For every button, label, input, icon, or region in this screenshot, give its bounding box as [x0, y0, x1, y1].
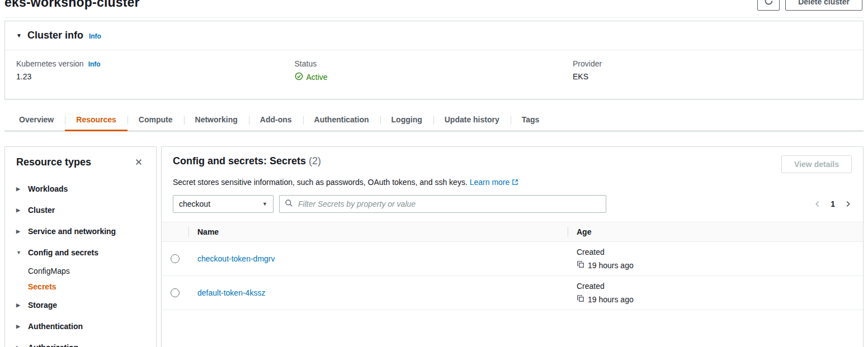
- secrets-description: Secret stores sensitive information, suc…: [162, 175, 863, 194]
- table-row: checkout-token-dmgrv Created 19 hours: [162, 242, 863, 276]
- cluster-info-info-link[interactable]: Info: [89, 32, 101, 40]
- secret-link[interactable]: checkout-token-dmgrv: [197, 254, 275, 263]
- sidebar-item-config-and-secrets[interactable]: ▼ Config and secrets: [16, 242, 145, 263]
- page: eks-workshop-cluster Delete cluster ▼ Cl…: [0, 0, 868, 347]
- learn-more-link[interactable]: Learn more: [470, 178, 518, 187]
- filter-dropdown-value: checkout: [179, 199, 210, 208]
- table-row: default-token-4kssz Created 19 hours: [162, 276, 863, 310]
- secret-link[interactable]: default-token-4kssz: [197, 288, 265, 297]
- pagination: 1: [814, 199, 852, 208]
- cluster-info-title: Cluster info: [27, 30, 83, 41]
- search-input[interactable]: [297, 199, 601, 209]
- chevron-down-icon: ▼: [16, 250, 22, 255]
- created-label: Created: [577, 282, 863, 291]
- chevron-right-icon: ▶: [16, 207, 22, 213]
- sidebar-close-button[interactable]: [133, 156, 145, 168]
- secrets-description-text: Secret stores sensitive information, suc…: [173, 178, 468, 187]
- secrets-title-text: Config and secrets: Secrets: [173, 155, 306, 167]
- delete-cluster-button[interactable]: Delete cluster: [785, 0, 862, 11]
- row-name-cell: default-token-4kssz: [188, 288, 568, 298]
- secrets-count-badge: (2): [309, 155, 321, 167]
- sidebar-item-label: Service and networking: [28, 227, 116, 236]
- external-link-icon: [512, 178, 518, 187]
- sidebar-subitem-secrets[interactable]: Secrets: [28, 279, 145, 294]
- copy-icon: [577, 260, 584, 270]
- sidebar-item-authentication[interactable]: ▶ Authentication: [16, 316, 145, 337]
- tab-networking[interactable]: Networking: [184, 109, 249, 131]
- kubernetes-version-label-text: Kubernetes version: [16, 59, 84, 68]
- row-radio-button[interactable]: [171, 254, 180, 263]
- copy-icon: [577, 294, 584, 304]
- tab-update-history[interactable]: Update history: [433, 109, 511, 131]
- section-collapse-caret-icon[interactable]: ▼: [16, 32, 22, 39]
- check-circle-icon: [295, 72, 303, 82]
- chevron-left-icon: [814, 201, 822, 210]
- tab-add-ons[interactable]: Add-ons: [249, 109, 303, 131]
- age-line: 19 hours ago: [577, 294, 863, 304]
- tab-resources[interactable]: Resources: [65, 109, 128, 131]
- secrets-panel-title: Config and secrets: Secrets (2): [173, 155, 321, 167]
- sidebar-item-authorization[interactable]: ▶ Authorization: [16, 337, 145, 347]
- page-header: eks-workshop-cluster Delete cluster: [4, 0, 864, 18]
- resource-types-title: Resource types: [16, 156, 91, 168]
- cluster-info-header[interactable]: ▼ Cluster info Info: [5, 21, 863, 50]
- sidebar-item-label: Storage: [28, 301, 57, 310]
- search-box[interactable]: [279, 195, 606, 213]
- tab-authentication[interactable]: Authentication: [303, 109, 380, 131]
- provider-value: EKS: [573, 72, 851, 81]
- chevron-right-icon: ▶: [16, 302, 22, 308]
- sidebar-header: Resource types: [5, 147, 156, 174]
- secrets-panel-header: Config and secrets: Secrets (2) View det…: [162, 147, 863, 175]
- column-header-age[interactable]: Age: [568, 227, 863, 236]
- tab-bar: Overview Resources Compute Networking Ad…: [4, 109, 864, 131]
- provider-field: Provider EKS: [573, 59, 851, 82]
- row-name-cell: checkout-token-dmgrv: [188, 254, 568, 264]
- age-value: 19 hours ago: [588, 261, 634, 270]
- status-value-wrap: Active: [295, 72, 573, 82]
- pagination-current-page[interactable]: 1: [831, 199, 835, 208]
- pagination-prev-button[interactable]: [814, 200, 822, 208]
- resource-types-sidebar: Resource types ▶ Workloads: [4, 146, 157, 347]
- sidebar-item-workloads[interactable]: ▶ Workloads: [16, 178, 145, 199]
- status-value: Active: [306, 73, 328, 82]
- refresh-button[interactable]: [757, 0, 780, 11]
- tab-logging[interactable]: Logging: [380, 109, 433, 131]
- row-radio-button[interactable]: [171, 288, 180, 297]
- view-details-button[interactable]: View details: [781, 155, 852, 173]
- sidebar-item-storage[interactable]: ▶ Storage: [16, 294, 145, 316]
- kubernetes-version-info-link[interactable]: Info: [88, 60, 101, 68]
- row-select-cell: [162, 254, 188, 263]
- chevron-right-icon: ▶: [16, 324, 22, 329]
- row-age-cell: Created 19 hours ago: [568, 276, 863, 310]
- cluster-info-panel: ▼ Cluster info Info Kubernetes version I…: [4, 21, 864, 99]
- filter-dropdown[interactable]: checkout ▼: [173, 195, 273, 213]
- pagination-next-button[interactable]: [844, 200, 852, 208]
- created-label: Created: [577, 248, 863, 256]
- kubernetes-version-label: Kubernetes version Info: [16, 59, 295, 68]
- eks-console-viewport: eks-workshop-cluster Delete cluster ▼ Cl…: [0, 0, 868, 347]
- close-icon: [135, 159, 143, 168]
- sidebar-item-label: Authentication: [28, 322, 83, 331]
- tab-compute[interactable]: Compute: [128, 109, 184, 131]
- filter-row: checkout ▼: [162, 194, 863, 222]
- tab-tags[interactable]: Tags: [511, 109, 551, 131]
- sidebar-item-service-and-networking[interactable]: ▶ Service and networking: [16, 221, 145, 242]
- chevron-down-icon: ▼: [262, 201, 267, 207]
- header-actions: Delete cluster: [757, 0, 862, 11]
- learn-more-label: Learn more: [470, 178, 510, 187]
- search-icon: [285, 199, 293, 210]
- column-header-name[interactable]: Name: [188, 227, 568, 236]
- sidebar-item-label: Workloads: [28, 184, 68, 193]
- chevron-right-icon: ▶: [16, 345, 22, 347]
- age-value: 19 hours ago: [588, 295, 634, 304]
- sidebar-item-cluster[interactable]: ▶ Cluster: [16, 199, 145, 221]
- age-line: 19 hours ago: [577, 260, 863, 270]
- secrets-panel: Config and secrets: Secrets (2) View det…: [161, 146, 864, 347]
- page-title: eks-workshop-cluster: [4, 0, 140, 10]
- kubernetes-version-value: 1.23: [16, 72, 295, 81]
- config-and-secrets-children: ConfigMaps Secrets: [16, 263, 145, 294]
- sidebar-subitem-configmaps[interactable]: ConfigMaps: [28, 263, 145, 279]
- sidebar-item-label: Cluster: [28, 206, 55, 215]
- tab-overview[interactable]: Overview: [8, 109, 65, 131]
- kubernetes-version-field: Kubernetes version Info 1.23: [16, 59, 295, 82]
